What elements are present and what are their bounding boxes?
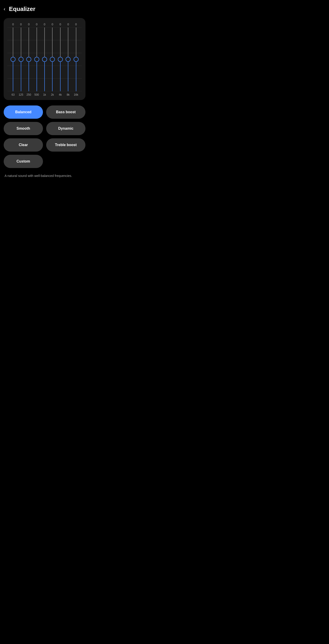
preset-custom[interactable]: Custom [4,155,43,168]
preset-smooth[interactable]: Smooth [4,122,43,135]
freq-2k: 2k [49,93,56,96]
back-button[interactable]: ‹ [4,6,7,12]
freq-8k: 8k [65,93,72,96]
eq-value-8: 0 [72,22,80,26]
eq-band-8k[interactable] [65,28,72,91]
eq-band-250[interactable] [25,28,33,91]
freq-125: 125 [17,93,25,96]
eq-value-7: 0 [65,22,72,26]
eq-band-500[interactable] [33,28,41,91]
eq-band-125[interactable] [17,28,25,91]
eq-value-1: 0 [17,22,25,26]
eq-band-16k[interactable] [72,28,80,91]
preset-treble-boost[interactable]: Treble boost [46,138,86,152]
eq-band-4k[interactable] [57,28,64,91]
eq-band-63[interactable] [9,28,17,91]
eq-value-3: 0 [33,22,41,26]
preset-clear[interactable]: Clear [4,138,43,152]
eq-band-2k[interactable] [49,28,56,91]
preset-description: A natural sound with well-balanced frequ… [0,168,89,182]
page-title: Equalizer [9,6,36,12]
freq-500: 500 [33,93,41,96]
eq-value-6: 0 [57,22,64,26]
freq-250: 250 [25,93,33,96]
eq-chart[interactable] [7,28,82,91]
eq-card: 0 0 0 0 0 0 0 0 0 [4,18,86,100]
eq-value-0: 0 [9,22,17,26]
eq-values-row: 0 0 0 0 0 0 0 0 0 [7,22,82,26]
preset-bass-boost[interactable]: Bass boost [46,106,86,119]
freq-1k: 1k [41,93,48,96]
preset-dynamic[interactable]: Dynamic [46,122,86,135]
preset-balanced[interactable]: Balanced [4,106,43,119]
presets-grid: Balanced Bass boost Smooth Dynamic Clear… [0,106,89,168]
eq-value-2: 0 [25,22,33,26]
freq-4k: 4k [57,93,64,96]
eq-freq-row: 63 125 250 500 1k 2k 4k 8k 16k [7,93,82,96]
freq-63: 63 [9,93,17,96]
back-icon: ‹ [4,6,5,12]
eq-value-5: 0 [49,22,56,26]
header: ‹ Equalizer [0,0,89,16]
freq-16k: 16k [72,93,80,96]
eq-band-1k[interactable] [41,28,48,91]
eq-value-4: 0 [41,22,48,26]
eq-sliders [7,28,82,91]
